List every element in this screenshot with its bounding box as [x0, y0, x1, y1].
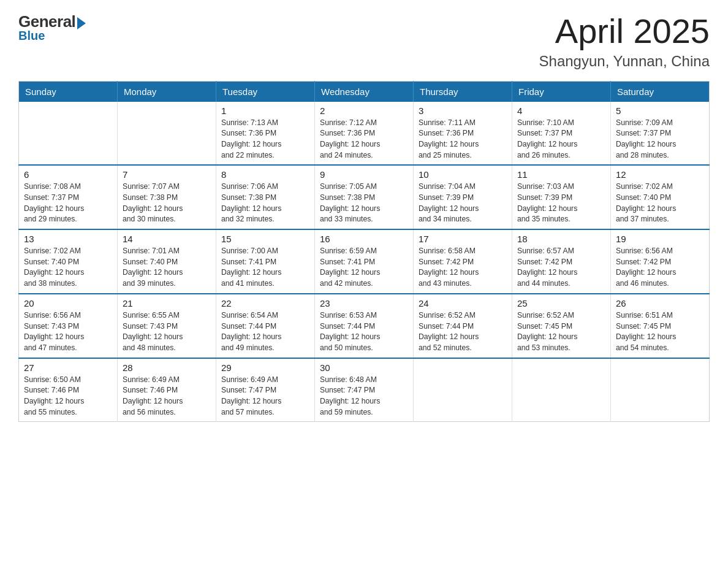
day-info: Sunrise: 7:03 AM Sunset: 7:39 PM Dayligh…: [517, 182, 605, 225]
day-number: 10: [419, 169, 507, 180]
weekday-header: Friday: [512, 81, 611, 102]
day-info: Sunrise: 7:05 AM Sunset: 7:38 PM Dayligh…: [320, 182, 408, 225]
day-number: 12: [616, 169, 704, 180]
calendar-week-row: 13Sunrise: 7:02 AM Sunset: 7:40 PM Dayli…: [19, 229, 710, 294]
calendar-day-cell: 3Sunrise: 7:11 AM Sunset: 7:36 PM Daylig…: [414, 102, 512, 166]
day-number: 17: [419, 234, 507, 244]
day-number: 4: [517, 105, 605, 116]
weekday-header: Monday: [118, 81, 216, 102]
day-info: Sunrise: 7:06 AM Sunset: 7:38 PM Dayligh…: [221, 182, 309, 225]
calendar-day-cell: 9Sunrise: 7:05 AM Sunset: 7:38 PM Daylig…: [315, 165, 414, 229]
calendar-day-cell: 23Sunrise: 6:53 AM Sunset: 7:44 PM Dayli…: [315, 294, 414, 358]
day-info: Sunrise: 7:09 AM Sunset: 7:37 PM Dayligh…: [616, 118, 704, 161]
day-number: 5: [616, 105, 704, 116]
day-info: Sunrise: 6:54 AM Sunset: 7:44 PM Dayligh…: [221, 310, 309, 354]
day-number: 25: [517, 298, 605, 308]
day-info: Sunrise: 7:13 AM Sunset: 7:36 PM Dayligh…: [221, 118, 309, 161]
day-info: Sunrise: 7:02 AM Sunset: 7:40 PM Dayligh…: [24, 246, 112, 289]
day-info: Sunrise: 6:49 AM Sunset: 7:46 PM Dayligh…: [123, 375, 211, 418]
calendar-day-cell: 28Sunrise: 6:49 AM Sunset: 7:46 PM Dayli…: [118, 358, 216, 422]
calendar-day-cell: [414, 358, 512, 422]
calendar-day-cell: 30Sunrise: 6:48 AM Sunset: 7:47 PM Dayli…: [315, 358, 414, 422]
calendar-day-cell: 21Sunrise: 6:55 AM Sunset: 7:43 PM Dayli…: [118, 294, 216, 358]
calendar-day-cell: 16Sunrise: 6:59 AM Sunset: 7:41 PM Dayli…: [315, 229, 414, 294]
day-info: Sunrise: 7:00 AM Sunset: 7:41 PM Dayligh…: [221, 246, 309, 289]
day-info: Sunrise: 7:07 AM Sunset: 7:38 PM Dayligh…: [123, 182, 211, 225]
day-info: Sunrise: 6:50 AM Sunset: 7:46 PM Dayligh…: [24, 375, 112, 418]
day-info: Sunrise: 6:59 AM Sunset: 7:41 PM Dayligh…: [320, 246, 408, 289]
day-number: 8: [221, 169, 309, 180]
calendar-day-cell: [512, 358, 611, 422]
logo: General Blue: [18, 12, 86, 43]
calendar-day-cell: 12Sunrise: 7:02 AM Sunset: 7:40 PM Dayli…: [611, 165, 710, 229]
day-info: Sunrise: 7:12 AM Sunset: 7:36 PM Dayligh…: [320, 118, 408, 161]
calendar-title: April 2025: [539, 12, 710, 50]
calendar-day-cell: 26Sunrise: 6:51 AM Sunset: 7:45 PM Dayli…: [611, 294, 710, 358]
logo-arrow-icon: [77, 17, 86, 29]
calendar-day-cell: 19Sunrise: 6:56 AM Sunset: 7:42 PM Dayli…: [611, 229, 710, 294]
day-number: 27: [24, 362, 112, 373]
day-number: 28: [123, 362, 211, 373]
day-info: Sunrise: 6:55 AM Sunset: 7:43 PM Dayligh…: [123, 310, 211, 354]
calendar-day-cell: 24Sunrise: 6:52 AM Sunset: 7:44 PM Dayli…: [414, 294, 512, 358]
calendar-day-cell: 18Sunrise: 6:57 AM Sunset: 7:42 PM Dayli…: [512, 229, 611, 294]
weekday-header-row: SundayMondayTuesdayWednesdayThursdayFrid…: [19, 81, 710, 102]
day-number: 30: [320, 362, 408, 373]
day-number: 2: [320, 105, 408, 116]
day-info: Sunrise: 6:51 AM Sunset: 7:45 PM Dayligh…: [616, 310, 704, 354]
calendar-day-cell: [118, 102, 216, 166]
calendar-day-cell: 5Sunrise: 7:09 AM Sunset: 7:37 PM Daylig…: [611, 102, 710, 166]
calendar-day-cell: 29Sunrise: 6:49 AM Sunset: 7:47 PM Dayli…: [216, 358, 315, 422]
calendar-day-cell: 8Sunrise: 7:06 AM Sunset: 7:38 PM Daylig…: [216, 165, 315, 229]
calendar-week-row: 1Sunrise: 7:13 AM Sunset: 7:36 PM Daylig…: [19, 102, 710, 166]
calendar-week-row: 27Sunrise: 6:50 AM Sunset: 7:46 PM Dayli…: [19, 358, 710, 422]
day-number: 14: [123, 234, 211, 244]
weekday-header: Thursday: [414, 81, 512, 102]
calendar-week-row: 20Sunrise: 6:56 AM Sunset: 7:43 PM Dayli…: [19, 294, 710, 358]
calendar-day-cell: 13Sunrise: 7:02 AM Sunset: 7:40 PM Dayli…: [19, 229, 118, 294]
calendar-day-cell: 20Sunrise: 6:56 AM Sunset: 7:43 PM Dayli…: [19, 294, 118, 358]
day-info: Sunrise: 6:58 AM Sunset: 7:42 PM Dayligh…: [419, 246, 507, 289]
calendar-day-cell: 27Sunrise: 6:50 AM Sunset: 7:46 PM Dayli…: [19, 358, 118, 422]
calendar-day-cell: [611, 358, 710, 422]
day-info: Sunrise: 7:10 AM Sunset: 7:37 PM Dayligh…: [517, 118, 605, 161]
calendar-day-cell: 7Sunrise: 7:07 AM Sunset: 7:38 PM Daylig…: [118, 165, 216, 229]
day-number: 20: [24, 298, 112, 308]
day-info: Sunrise: 6:49 AM Sunset: 7:47 PM Dayligh…: [221, 375, 309, 418]
calendar-day-cell: 11Sunrise: 7:03 AM Sunset: 7:39 PM Dayli…: [512, 165, 611, 229]
calendar-day-cell: 25Sunrise: 6:52 AM Sunset: 7:45 PM Dayli…: [512, 294, 611, 358]
calendar-day-cell: 2Sunrise: 7:12 AM Sunset: 7:36 PM Daylig…: [315, 102, 414, 166]
day-info: Sunrise: 7:04 AM Sunset: 7:39 PM Dayligh…: [419, 182, 507, 225]
weekday-header: Saturday: [611, 81, 710, 102]
title-block: April 2025 Shangyun, Yunnan, China: [539, 12, 710, 70]
day-info: Sunrise: 6:52 AM Sunset: 7:45 PM Dayligh…: [517, 310, 605, 354]
calendar-day-cell: 22Sunrise: 6:54 AM Sunset: 7:44 PM Dayli…: [216, 294, 315, 358]
day-info: Sunrise: 7:08 AM Sunset: 7:37 PM Dayligh…: [24, 182, 112, 225]
day-number: 7: [123, 169, 211, 180]
day-number: 18: [517, 234, 605, 244]
day-number: 21: [123, 298, 211, 308]
day-number: 24: [419, 298, 507, 308]
calendar-day-cell: 14Sunrise: 7:01 AM Sunset: 7:40 PM Dayli…: [118, 229, 216, 294]
day-number: 3: [419, 105, 507, 116]
day-info: Sunrise: 6:56 AM Sunset: 7:43 PM Dayligh…: [24, 310, 112, 354]
day-number: 22: [221, 298, 309, 308]
day-number: 11: [517, 169, 605, 180]
day-number: 13: [24, 234, 112, 244]
day-number: 15: [221, 234, 309, 244]
day-number: 6: [24, 169, 112, 180]
calendar-subtitle: Shangyun, Yunnan, China: [539, 53, 710, 70]
day-info: Sunrise: 6:48 AM Sunset: 7:47 PM Dayligh…: [320, 375, 408, 418]
calendar-table: SundayMondayTuesdayWednesdayThursdayFrid…: [18, 81, 710, 423]
day-number: 29: [221, 362, 309, 373]
weekday-header: Wednesday: [315, 81, 414, 102]
day-number: 1: [221, 105, 309, 116]
calendar-day-cell: 6Sunrise: 7:08 AM Sunset: 7:37 PM Daylig…: [19, 165, 118, 229]
day-number: 19: [616, 234, 704, 244]
logo-blue-text: Blue: [18, 29, 45, 43]
calendar-day-cell: 1Sunrise: 7:13 AM Sunset: 7:36 PM Daylig…: [216, 102, 315, 166]
day-info: Sunrise: 7:01 AM Sunset: 7:40 PM Dayligh…: [123, 246, 211, 289]
day-number: 9: [320, 169, 408, 180]
weekday-header: Sunday: [19, 81, 118, 102]
calendar-day-cell: 17Sunrise: 6:58 AM Sunset: 7:42 PM Dayli…: [414, 229, 512, 294]
